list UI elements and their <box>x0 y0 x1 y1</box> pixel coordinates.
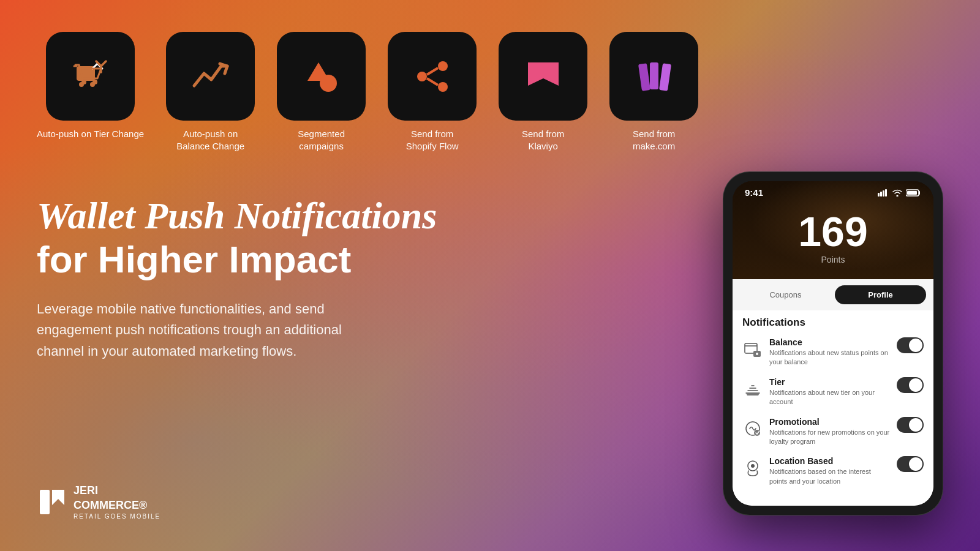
points-label: Points <box>821 255 845 264</box>
svg-rect-16 <box>878 193 880 197</box>
shapes-icon <box>300 55 343 98</box>
notifications-section: Notifications <box>733 310 933 506</box>
logo-sub: RETAIL GOES MOBILE <box>74 512 160 520</box>
description-text: Leverage mobile native functionalities, … <box>37 299 392 361</box>
feature-auto-push-balance: Auto-push onBalance Change <box>166 32 255 152</box>
notif-promotional-text: Promotional Notifications for new promot… <box>769 417 891 447</box>
status-time: 9:41 <box>745 187 763 198</box>
phone-frame: 9:41 <box>723 171 943 515</box>
toggle-promotional[interactable] <box>897 417 924 433</box>
location-icon <box>742 457 763 478</box>
label-shopify-flow: Send fromShopify Flow <box>406 128 459 152</box>
phone-header: 9:41 <box>733 181 933 279</box>
phone-screen: 9:41 <box>733 181 933 506</box>
points-number: 169 <box>798 211 867 252</box>
signal-icon <box>878 189 889 197</box>
label-auto-push-tier: Auto-push on Tier Change <box>37 128 144 140</box>
feature-klaviyo: Send fromKlaviyo <box>499 32 587 152</box>
label-auto-push-balance: Auto-push onBalance Change <box>176 128 244 152</box>
svg-rect-17 <box>880 192 882 197</box>
label-make: Send frommake.com <box>633 128 675 152</box>
notif-tier-desc: Notifications about new tier on your acc… <box>769 388 891 407</box>
notif-promotional: Promotional Notifications for new promot… <box>742 417 924 447</box>
svg-rect-19 <box>885 189 887 197</box>
feature-make: Send frommake.com <box>609 32 698 152</box>
svg-rect-14 <box>659 63 671 91</box>
svg-point-26 <box>754 430 760 436</box>
notif-tier-name: Tier <box>769 377 891 387</box>
feature-segmented: Segmentedcampaigns <box>277 32 366 152</box>
notif-balance-text: Balance Notifications about new status p… <box>769 337 891 367</box>
toggle-balance[interactable] <box>897 337 924 353</box>
notif-promotional-name: Promotional <box>769 417 891 427</box>
books-icon <box>633 55 676 98</box>
notif-tier: Tier Notifications about new tier on you… <box>742 377 924 407</box>
icon-box-segmented <box>277 32 366 121</box>
flag-icon <box>522 55 565 98</box>
icon-box-auto-push-balance <box>166 32 255 121</box>
page-wrapper: Auto-push on Tier Change Auto-push onBal… <box>0 0 980 551</box>
notif-location-text: Location Based Notifications based on th… <box>769 456 891 486</box>
battery-icon <box>906 189 921 197</box>
status-icons <box>878 189 921 197</box>
jeri-commerce-logo-icon <box>37 487 67 517</box>
toggle-location[interactable] <box>897 456 924 472</box>
svg-point-5 <box>92 80 97 84</box>
phone-tabs: Coupons Profile <box>733 279 933 310</box>
status-bar: 9:41 <box>733 181 933 200</box>
svg-rect-15 <box>40 490 50 514</box>
icon-box-make <box>609 32 698 121</box>
trending-icon <box>189 55 232 98</box>
svg-point-8 <box>438 61 448 71</box>
tab-profile[interactable]: Profile <box>835 285 926 304</box>
svg-point-6 <box>320 75 337 92</box>
svg-rect-21 <box>907 191 917 195</box>
phone-body: Coupons Profile Notifications <box>733 279 933 506</box>
notif-location: Location Based Notifications based on th… <box>742 456 924 486</box>
svg-rect-13 <box>650 62 658 89</box>
toggle-tier[interactable] <box>897 377 924 393</box>
logo-section: JERICOMMERCE® RETAIL GOES MOBILE <box>37 484 160 520</box>
icon-box-auto-push-tier <box>46 32 135 121</box>
svg-point-24 <box>756 353 758 355</box>
svg-line-11 <box>427 78 438 85</box>
icons-row: Auto-push on Tier Change Auto-push onBal… <box>0 0 980 170</box>
cart-icon <box>69 55 112 98</box>
label-klaviyo: Send fromKlaviyo <box>522 128 564 152</box>
tier-icon <box>742 378 763 399</box>
notif-promotional-desc: Notifications for new promotions on your… <box>769 428 891 447</box>
wifi-icon <box>892 189 902 197</box>
notif-balance: Balance Notifications about new status p… <box>742 337 924 367</box>
svg-point-4 <box>81 80 86 84</box>
logo-text: JERICOMMERCE® RETAIL GOES MOBILE <box>74 484 160 520</box>
svg-point-28 <box>751 464 755 468</box>
svg-point-9 <box>438 82 448 92</box>
promo-icon <box>742 418 763 439</box>
svg-line-10 <box>427 68 438 75</box>
icon-box-shopify-flow <box>388 32 477 121</box>
flow-icon <box>411 55 454 98</box>
phone-mockup: 9:41 <box>723 171 943 515</box>
logo-brand: JERICOMMERCE® <box>74 484 160 512</box>
svg-rect-12 <box>638 63 650 91</box>
notif-balance-desc: Notifications about new status points on… <box>769 348 891 367</box>
svg-point-7 <box>417 72 427 81</box>
feature-shopify-flow: Send fromShopify Flow <box>388 32 477 152</box>
tab-coupons[interactable]: Coupons <box>740 285 831 304</box>
svg-rect-18 <box>883 190 884 197</box>
label-segmented: Segmentedcampaigns <box>298 128 345 152</box>
icon-box-klaviyo <box>499 32 587 121</box>
notif-balance-name: Balance <box>769 337 891 347</box>
feature-auto-push-tier: Auto-push on Tier Change <box>37 32 144 140</box>
balance-icon <box>742 339 763 359</box>
notif-tier-text: Tier Notifications about new tier on you… <box>769 377 891 407</box>
notif-location-name: Location Based <box>769 456 891 466</box>
notif-location-desc: Notifications based on the interest poin… <box>769 467 891 486</box>
notifications-title: Notifications <box>742 317 924 329</box>
